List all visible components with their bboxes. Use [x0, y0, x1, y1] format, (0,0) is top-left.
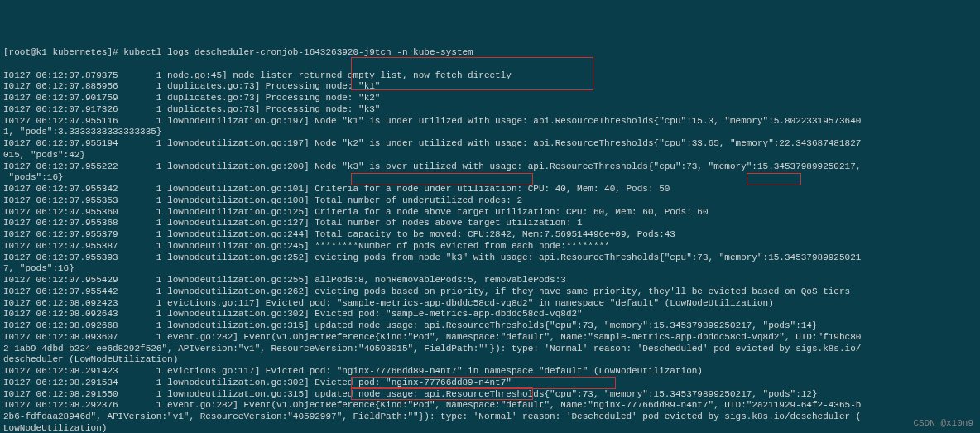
log-line: I0127 06:12:07.955393 1 lownodeutilizati… [3, 253, 977, 264]
log-line: 2b6-fdfdaa28946d", APIVersion:"v1", Reso… [3, 411, 977, 423]
terminal-prompt: [root@k1 kubernetes]# kubectl logs desch… [3, 47, 977, 59]
log-line: 2-1ab9-4dbd-b224-ee6d8292f526", APIVersi… [3, 344, 977, 355]
log-line: I0127 06:12:07.885956 1 duplicates.go:73… [3, 81, 977, 93]
log-line: I0127 06:12:08.092423 1 evictions.go:117… [3, 298, 977, 310]
log-line: I0127 06:12:07.879375 1 node.go:45] node… [3, 70, 977, 82]
log-line: I0127 06:12:08.292376 1 event.go:282] Ev… [3, 400, 977, 411]
log-line: I0127 06:12:08.291534 1 lownodeutilizati… [3, 378, 977, 389]
log-line: I0127 06:12:07.901759 1 duplicates.go:73… [3, 93, 977, 104]
log-line: 015, "pods":42} [3, 150, 977, 161]
log-line: I0127 06:12:07.955442 1 lownodeutilizati… [3, 286, 977, 298]
log-line: I0127 06:12:07.955222 1 lownodeutilizati… [3, 161, 977, 173]
log-line: I0127 06:12:07.955194 1 lownodeutilizati… [3, 138, 977, 150]
log-line: I0127 06:12:07.917326 1 duplicates.go:73… [3, 104, 977, 116]
log-line: I0127 06:12:07.955342 1 lownodeutilizati… [3, 184, 977, 195]
log-line: I0127 06:12:08.092668 1 lownodeutilizati… [3, 320, 977, 332]
log-line: "pods":16} [3, 172, 977, 184]
log-line: descheduler (LowNodeUtilization) [3, 354, 977, 366]
log-line: I0127 06:12:07.955353 1 lownodeutilizati… [3, 195, 977, 207]
log-line: LowNodeUtilization) [3, 423, 977, 433]
watermark: CSDN @x10n9 [913, 418, 973, 430]
log-line: I0127 06:12:07.955387 1 lownodeutilizati… [3, 241, 977, 253]
log-line: I0127 06:12:08.093607 1 event.go:282] Ev… [3, 332, 977, 344]
log-line: I0127 06:12:07.955360 1 lownodeutilizati… [3, 207, 977, 219]
log-line: I0127 06:12:07.955116 1 lownodeutilizati… [3, 116, 977, 127]
log-line: I0127 06:12:08.291423 1 evictions.go:117… [3, 366, 977, 378]
log-line: I0127 06:12:07.955368 1 lownodeutilizati… [3, 218, 977, 229]
log-line: I0127 06:12:08.291550 1 lownodeutilizati… [3, 389, 977, 401]
log-line: I0127 06:12:07.955379 1 lownodeutilizati… [3, 229, 977, 241]
log-output: I0127 06:12:07.879375 1 node.go:45] node… [3, 70, 977, 434]
log-line: I0127 06:12:07.955429 1 lownodeutilizati… [3, 275, 977, 286]
log-line: 7, "pods":16} [3, 263, 977, 275]
log-line: 1, "pods":3.3333333333333335} [3, 127, 977, 138]
log-line: I0127 06:12:08.092643 1 lownodeutilizati… [3, 309, 977, 320]
